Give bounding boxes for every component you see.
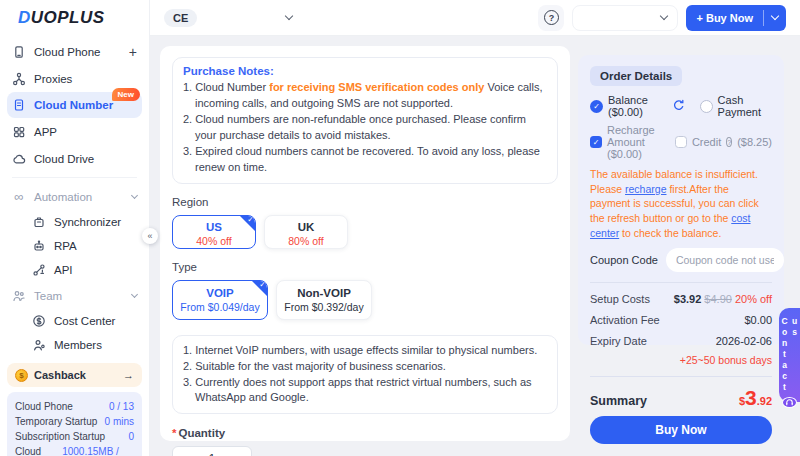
coin-icon: $ — [15, 369, 28, 382]
topbar: CE ? + Buy Now — [150, 0, 800, 36]
brand-logo-text: DUOPLUS — [18, 8, 105, 28]
type-option-voip[interactable]: ✓ VOIP From $0.049/day — [172, 280, 268, 320]
new-badge: New — [112, 88, 140, 101]
sidebar-item-cost-center[interactable]: Cost Center — [0, 309, 149, 333]
credit-checkbox[interactable] — [675, 136, 687, 148]
coupon-code-label: Coupon Code — [590, 254, 658, 266]
purchase-note-2: 2. Cloud numbers are non-refundable once… — [195, 112, 547, 144]
cloud-drive-icon — [12, 152, 26, 166]
recharge-checkbox[interactable]: ✓ — [590, 136, 602, 148]
buy-now-split-button[interactable]: + Buy Now — [686, 5, 786, 31]
sidebar-item-label: API — [54, 264, 73, 276]
region-options: ✓ US 40% off UK 80% off — [172, 215, 558, 249]
app-grid-icon — [12, 125, 26, 139]
rpa-robot-icon — [32, 239, 46, 253]
sidebar-item-members[interactable]: Members — [0, 333, 149, 357]
sidebar-item-rpa[interactable]: RPA — [0, 234, 149, 258]
order-details-panel: Order Details ✓ Balance ($0.00) Cash Pay… — [578, 55, 784, 345]
setup-discount: 20% off — [735, 293, 772, 305]
type-note-2: 2. Suitable for the vast majority of bus… — [195, 359, 547, 375]
app-root: DUOPLUS Cloud Phone + Proxies Cloud Numb… — [0, 0, 800, 456]
check-icon: ✓ — [247, 215, 254, 224]
sidebar-item-label: Proxies — [34, 73, 72, 85]
order-details-title: Order Details — [590, 66, 682, 86]
api-icon — [32, 263, 46, 277]
headset-icon — [782, 397, 797, 408]
chevron-down-icon — [131, 192, 138, 199]
cashback-button[interactable]: $ Cashback → — [7, 363, 142, 387]
cloud-number-icon — [12, 98, 26, 112]
quantity-label: *Quantity — [172, 427, 558, 439]
credit-help-icon[interactable]: ? — [726, 137, 732, 147]
team-icon — [12, 289, 26, 303]
order-divider — [590, 282, 772, 283]
type-option-non-voip[interactable]: Non-VOIP From $0.392/day — [276, 280, 372, 320]
sidebar-item-label: Cloud Drive — [34, 153, 94, 165]
chevron-down-icon — [771, 12, 779, 20]
cash-payment-radio[interactable] — [700, 100, 713, 113]
sidebar-item-label: APP — [34, 126, 57, 138]
account-select[interactable] — [572, 5, 678, 31]
sidebar-item-synchronizer[interactable]: Synchronizer — [0, 210, 149, 234]
cloud-phone-icon — [12, 45, 26, 59]
sidebar-group-label: Automation — [34, 191, 92, 203]
brand-logo[interactable]: DUOPLUS — [0, 0, 149, 36]
cost-center-icon — [32, 314, 46, 328]
recharge-link[interactable]: recharge — [625, 183, 666, 195]
balance-checkbox[interactable]: ✓ — [590, 100, 603, 113]
cash-payment-label: Cash Payment — [718, 94, 772, 118]
stat-row-temporary-startup: Temporary Startup0 mins — [15, 414, 134, 429]
sidebar-item-cloud-number[interactable]: Cloud Number New — [7, 92, 142, 118]
chevron-down-icon — [285, 12, 293, 20]
region-option-us[interactable]: ✓ US 40% off — [172, 215, 256, 249]
chevron-down-icon — [131, 291, 138, 298]
add-cloud-phone-button[interactable]: + — [129, 44, 137, 60]
sidebar-divider — [12, 177, 137, 178]
recharge-label: Recharge Amount ($0.00) — [607, 124, 663, 160]
sidebar-group-team[interactable]: Team — [0, 282, 149, 309]
sidebar-item-cloud-drive[interactable]: Cloud Drive — [0, 145, 149, 172]
discount-label: 40% off — [173, 235, 255, 249]
region-label: Region — [172, 196, 558, 208]
order-divider — [590, 376, 772, 377]
activation-fee-row: Activation Fee$0.00 — [590, 314, 772, 326]
proxies-icon — [12, 72, 26, 86]
type-note-1: 1. Internet VoIP numbers, with usage eff… — [195, 343, 547, 359]
sidebar-collapse-button[interactable]: « — [142, 228, 158, 244]
refresh-icon[interactable] — [672, 99, 684, 113]
region-option-uk[interactable]: UK 80% off — [264, 215, 348, 249]
stat-row-cloud-phone: Cloud Phone0 / 13 — [15, 399, 134, 414]
cashback-label: Cashback — [34, 369, 86, 381]
check-icon: ✓ — [259, 280, 266, 289]
sidebar-item-label: RPA — [54, 240, 77, 252]
purchase-notes-box: Purchase Notes: 1. Cloud Number for rece… — [172, 57, 558, 184]
sidebar-item-api[interactable]: API — [0, 258, 149, 282]
sidebar: DUOPLUS Cloud Phone + Proxies Cloud Numb… — [0, 0, 150, 456]
synchronizer-icon — [32, 215, 46, 229]
sidebar-item-label: Cloud Number — [34, 99, 113, 111]
price-label: From $0.049/day — [173, 301, 267, 315]
type-label: Type — [172, 261, 558, 273]
arrow-right-icon: → — [123, 369, 134, 381]
help-button[interactable]: ? — [538, 5, 564, 31]
buy-now-top-button[interactable]: + Buy Now — [686, 12, 763, 24]
coupon-code-input[interactable] — [666, 248, 784, 272]
contact-us-label: Contact us — [780, 316, 800, 393]
buy-now-caret[interactable] — [764, 16, 786, 19]
contact-us-tab[interactable]: Contact us — [779, 308, 800, 402]
purchase-notes-title: Purchase Notes: — [183, 65, 547, 77]
sidebar-item-cloud-phone[interactable]: Cloud Phone + — [0, 38, 149, 65]
automation-icon: ∞ — [12, 190, 26, 204]
insufficient-balance-warning: The available balance is insufficient. P… — [590, 167, 772, 240]
workspace-select[interactable]: CE — [164, 9, 292, 27]
buy-now-button[interactable]: Buy Now — [590, 416, 772, 444]
purchase-note-1: 1. Cloud Number for receiving SMS verifi… — [195, 80, 547, 112]
setup-original-price: $4.90 — [704, 293, 732, 305]
setup-costs-row: Setup Costs $3.92$4.9020% off — [590, 293, 772, 305]
sidebar-group-automation[interactable]: ∞ Automation — [0, 183, 149, 210]
quantity-input[interactable] — [172, 446, 252, 456]
sidebar-item-app[interactable]: APP — [0, 118, 149, 145]
sidebar-item-label: Synchronizer — [54, 216, 121, 228]
price-label: From $0.392/day — [277, 301, 371, 315]
credit-amount: ($8.25) — [737, 136, 772, 148]
